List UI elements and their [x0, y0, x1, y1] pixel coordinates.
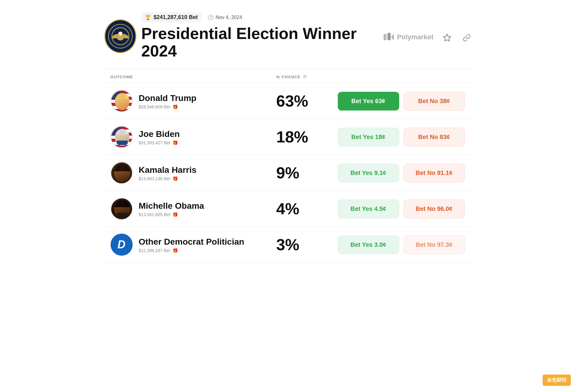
michelle-bet-yes-button[interactable]: Bet Yes 4.5¢ — [338, 200, 399, 218]
refresh-icon[interactable]: ⟳ — [303, 74, 307, 79]
watermark-badge: 金色财经 — [543, 375, 571, 386]
democrat-actions: Bet Yes 3.0¢ Bet No 97.3¢ — [338, 235, 467, 254]
harris-bet-no-button[interactable]: Bet No 91.1¢ — [404, 164, 465, 182]
democrat-bet-yes-button[interactable]: Bet Yes 3.0¢ — [338, 235, 399, 254]
avatar-michelle — [111, 198, 133, 220]
outcome-info-democrat: D Other Democrat Politician $12,286,187 … — [111, 234, 276, 256]
trump-flag-bg — [111, 91, 133, 112]
svg-rect-6 — [384, 34, 387, 40]
democrat-chance: 3% — [276, 235, 338, 254]
outcome-info-harris: Kamala Harris $13,983,146 Bet 🎁 — [111, 162, 276, 184]
biden-bet-no-button[interactable]: Bet No 83¢ — [404, 128, 465, 146]
trophy-icon: 🏆 — [145, 14, 151, 20]
michelle-actions: Bet Yes 4.5¢ Bet No 96.0¢ — [338, 200, 467, 218]
harris-hair — [114, 164, 130, 171]
gift-icon-harris: 🎁 — [173, 176, 178, 181]
table-row: Joe Biden $31,393,427 Bet 🎁 18% Bet Yes … — [104, 119, 473, 155]
michelle-bet-no-button[interactable]: Bet No 96.0¢ — [404, 200, 465, 218]
header-meta: 🏆 $241,287,610 Bet 🕐 Nov 4, 2024 Preside… — [141, 12, 383, 60]
biden-actions: Bet Yes 18¢ Bet No 83¢ — [338, 128, 467, 146]
democrat-name: Other Democrat Politician — [139, 237, 244, 247]
presidential-seal-logo — [104, 19, 136, 53]
biden-details: Joe Biden $31,393,427 Bet 🎁 — [139, 129, 180, 146]
harris-actions: Bet Yes 9.1¢ Bet No 91.1¢ — [338, 164, 467, 182]
star-icon — [443, 33, 451, 42]
clock-icon: 🕐 — [208, 14, 214, 20]
svg-marker-9 — [443, 34, 450, 41]
table-row: Kamala Harris $13,983,146 Bet 🎁 9% Bet Y… — [104, 155, 473, 191]
header-stats: 🏆 $241,287,610 Bet 🕐 Nov 4, 2024 — [141, 12, 383, 22]
harris-face — [114, 164, 130, 182]
outcome-info-trump: Donald Trump $28,548,609 Bet 🎁 — [111, 90, 276, 112]
table-row: D Other Democrat Politician $12,286,187 … — [104, 227, 473, 263]
trophy-badge: 🏆 $241,287,610 Bet — [141, 12, 201, 22]
outcomes-table: OUTCOME % CHANCE ⟳ — [104, 74, 473, 263]
biden-bet-yes-button[interactable]: Bet Yes 18¢ — [338, 128, 399, 146]
gift-icon-democrat: 🎁 — [173, 248, 178, 253]
header-divider — [104, 68, 473, 69]
michelle-top — [117, 213, 128, 218]
col-outcome-header: OUTCOME — [111, 75, 276, 79]
biden-hair — [115, 129, 130, 134]
page-header: 🏆 $241,287,610 Bet 🕐 Nov 4, 2024 Preside… — [104, 12, 473, 60]
svg-rect-7 — [388, 33, 391, 40]
democrat-details: Other Democrat Politician $12,286,187 Be… — [139, 237, 244, 253]
harris-bg — [111, 162, 133, 184]
outcome-info-biden: Joe Biden $31,393,427 Bet 🎁 — [111, 126, 276, 148]
trump-chance: 63% — [276, 92, 338, 110]
democrat-bet-no-button[interactable]: Bet No 97.3¢ — [404, 235, 465, 254]
biden-chance: 18% — [276, 128, 338, 146]
avatar-harris — [111, 162, 133, 184]
michelle-face — [114, 200, 130, 218]
harris-bet-yes-button[interactable]: Bet Yes 9.1¢ — [338, 164, 399, 182]
biden-tie — [117, 141, 128, 145]
harris-details: Kamala Harris $13,983,146 Bet 🎁 — [139, 165, 197, 181]
trump-name: Donald Trump — [139, 93, 197, 103]
biden-bet: $31,393,427 Bet 🎁 — [139, 140, 180, 145]
svg-marker-8 — [392, 34, 394, 40]
gift-icon-michelle: 🎁 — [173, 212, 178, 217]
michelle-hair — [114, 200, 130, 207]
trump-face — [115, 93, 130, 110]
biden-face — [115, 129, 130, 146]
bet-total: $241,287,610 Bet — [154, 14, 198, 21]
favorite-button[interactable] — [441, 32, 453, 44]
michelle-bg — [111, 198, 133, 220]
democrat-d-letter: D — [118, 238, 126, 251]
table-row: Donald Trump $28,548,609 Bet 🎁 63% Bet Y… — [104, 83, 473, 119]
harris-name: Kamala Harris — [139, 165, 197, 175]
avatar-biden — [111, 126, 133, 148]
trump-hair — [115, 93, 130, 99]
seal-inner — [108, 24, 133, 49]
seal-svg — [111, 27, 130, 45]
michelle-details: Michelle Obama $13,561,605 Bet 🎁 — [139, 201, 204, 217]
link-icon — [463, 34, 471, 42]
col-chance-header: % CHANCE ⟳ — [276, 74, 338, 79]
page-title: Presidential Election Winner 2024 — [141, 25, 383, 60]
harris-chance: 9% — [276, 164, 338, 182]
biden-flag-bg — [111, 126, 133, 148]
table-row: Michelle Obama $13,561,605 Bet 🎁 4% Bet … — [104, 191, 473, 227]
trump-bet: $28,548,609 Bet 🎁 — [139, 104, 197, 109]
trump-bet-no-button[interactable]: Bet No 38¢ — [404, 92, 465, 111]
table-header: OUTCOME % CHANCE ⟳ — [104, 74, 473, 83]
avatar-democrat: D — [111, 234, 133, 256]
michelle-bet: $13,561,605 Bet 🎁 — [139, 212, 204, 217]
date-info: 🕐 Nov 4, 2024 — [208, 14, 242, 20]
trump-details: Donald Trump $28,548,609 Bet 🎁 — [139, 93, 197, 110]
main-container: 🏆 $241,287,610 Bet 🕐 Nov 4, 2024 Preside… — [86, 0, 491, 275]
outcome-info-michelle: Michelle Obama $13,561,605 Bet 🎁 — [111, 198, 276, 220]
polymarket-badge: Polymarket — [383, 32, 434, 43]
event-date: Nov 4, 2024 — [216, 15, 242, 20]
trump-bet-yes-button[interactable]: Bet Yes 63¢ — [338, 92, 399, 111]
header-left: 🏆 $241,287,610 Bet 🕐 Nov 4, 2024 Preside… — [104, 12, 383, 60]
harris-bet: $13,983,146 Bet 🎁 — [139, 176, 197, 181]
gift-icon-trump: 🎁 — [173, 104, 178, 109]
trump-actions: Bet Yes 63¢ Bet No 38¢ — [338, 92, 467, 111]
copy-link-button[interactable] — [461, 32, 473, 44]
polymarket-icon — [383, 32, 394, 43]
avatar-trump — [111, 90, 133, 112]
platform-name: Polymarket — [397, 33, 434, 41]
biden-name: Joe Biden — [139, 129, 180, 139]
michelle-name: Michelle Obama — [139, 201, 204, 211]
